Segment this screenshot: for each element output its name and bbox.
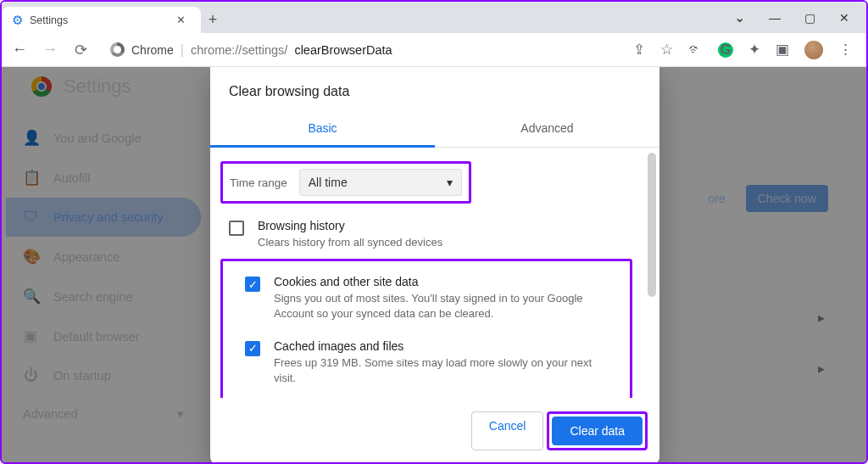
reload-icon[interactable]: ⟳ xyxy=(71,41,90,59)
kebab-menu-icon[interactable]: ⋮ xyxy=(838,41,853,59)
option-cache[interactable]: ✓ Cached images and files Frees up 319 M… xyxy=(226,331,626,394)
clear-data-button[interactable]: Clear data xyxy=(552,416,643,445)
extensions-icon[interactable]: ✦ xyxy=(748,41,760,59)
dropdown-arrow-icon: ▾ xyxy=(447,176,453,189)
chrome-chip-icon xyxy=(110,42,125,57)
tab-advanced[interactable]: Advanced xyxy=(435,111,659,148)
close-window-icon[interactable]: ✕ xyxy=(839,11,849,25)
dialog-footer: Cancel Clear data xyxy=(210,398,659,462)
gear-icon: ⚙ xyxy=(12,13,23,28)
clear-data-highlight: Clear data xyxy=(547,411,648,450)
titlebar: ⚙ Settings ✕ + ⌄ — ▢ ✕ xyxy=(2,2,866,33)
scrollbar[interactable] xyxy=(648,153,656,297)
dialog-title: Clear browsing data xyxy=(210,67,659,111)
bookmark-icon[interactable]: ☆ xyxy=(660,41,673,59)
dialog-tabs: Basic Advanced xyxy=(210,111,659,148)
minimize-icon[interactable]: — xyxy=(769,11,781,25)
url-scheme: Chrome xyxy=(131,43,174,57)
browser-tab[interactable]: ⚙ Settings ✕ xyxy=(2,7,201,33)
url-path-gray: chrome://settings/ xyxy=(191,43,287,57)
tab-basic[interactable]: Basic xyxy=(210,111,435,148)
time-range-select[interactable]: All time ▾ xyxy=(299,169,462,196)
address-bar[interactable]: Chrome | chrome://settings/clearBrowserD… xyxy=(102,42,621,58)
highlighted-options: ✓ Cookies and other site data Signs you … xyxy=(220,259,632,398)
cancel-button[interactable]: Cancel xyxy=(471,411,544,450)
page: Settings 👤You and Google 📋Autofill 🛡Priv… xyxy=(2,67,866,462)
time-range-label: Time range xyxy=(230,176,287,189)
sidepanel-icon[interactable]: ▣ xyxy=(776,41,789,59)
checkbox-cookies[interactable]: ✓ xyxy=(245,277,260,292)
browser-window: ⚙ Settings ✕ + ⌄ — ▢ ✕ ← → ⟳ Chrome | ch… xyxy=(0,0,868,464)
checkbox-browsing-history[interactable] xyxy=(229,221,244,236)
clear-data-dialog: Clear browsing data Basic Advanced Time … xyxy=(210,67,659,462)
close-tab-icon[interactable]: ✕ xyxy=(176,14,186,26)
dialog-body: Time range All time ▾ Browsing history C… xyxy=(210,148,659,398)
back-icon[interactable]: ← xyxy=(10,41,29,59)
toolbar: ← → ⟳ Chrome | chrome://settings/clearBr… xyxy=(2,33,866,67)
window-controls: ⌄ — ▢ ✕ xyxy=(734,2,866,33)
new-tab-button[interactable]: + xyxy=(201,7,225,33)
tab-search-icon[interactable]: ⌄ xyxy=(734,9,745,25)
tab-title: Settings xyxy=(30,14,170,26)
grammarly-icon[interactable]: G xyxy=(718,42,733,58)
time-range-row: Time range All time ▾ xyxy=(220,161,471,204)
option-cookies[interactable]: ✓ Cookies and other site data Signs you … xyxy=(226,266,626,330)
share-icon[interactable]: ⇪ xyxy=(633,41,645,59)
ext-icon-1[interactable]: ᯤ xyxy=(688,42,703,59)
profile-avatar[interactable] xyxy=(804,41,823,59)
toolbar-actions: ⇪ ☆ ᯤ G ✦ ▣ ⋮ xyxy=(633,41,858,59)
forward-icon[interactable]: → xyxy=(41,41,59,59)
maximize-icon[interactable]: ▢ xyxy=(804,11,815,25)
url-path-dark: clearBrowserData xyxy=(294,43,392,57)
checkbox-cache[interactable]: ✓ xyxy=(245,341,260,356)
option-browsing-history[interactable]: Browsing history Clears history from all… xyxy=(210,210,643,259)
